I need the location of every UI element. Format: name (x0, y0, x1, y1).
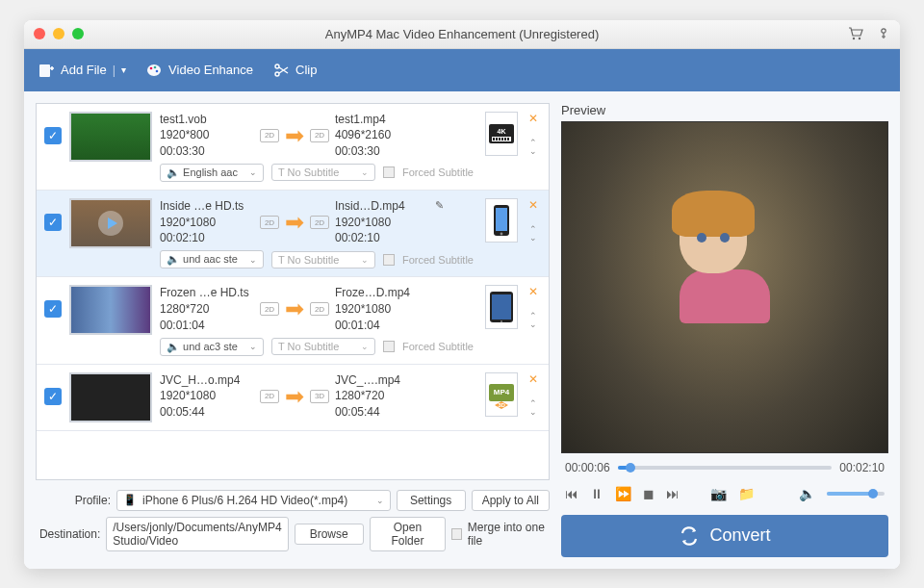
forced-subtitle-checkbox[interactable] (383, 341, 395, 352)
browse-button[interactable]: Browse (295, 524, 364, 545)
window-title: AnyMP4 Mac Video Enhancement (Unregister… (24, 27, 900, 41)
close-icon[interactable] (34, 28, 45, 39)
item-checkbox[interactable]: ✓ (44, 300, 62, 318)
toolbar: Add File | ▾ Video Enhance Clip (24, 49, 900, 91)
device-select[interactable]: 4K (485, 112, 518, 156)
svg-text:4K: 4K (498, 128, 506, 135)
pause-button[interactable]: ⏸ (590, 486, 603, 501)
subtitle-select[interactable]: T No Subtitle⌄ (271, 251, 375, 268)
settings-button[interactable]: Settings (397, 490, 466, 511)
source-info: JVC_H…o.mp41920*108000:05:44 (160, 372, 254, 421)
svg-rect-13 (493, 138, 495, 141)
stop-button[interactable]: ◼ (643, 486, 654, 501)
remove-button[interactable]: ✕ (528, 198, 538, 212)
volume-icon[interactable]: 🔈 (799, 486, 815, 501)
forced-subtitle-checkbox[interactable] (383, 254, 395, 266)
arrow-icon: ➡ (285, 385, 304, 408)
convert-button[interactable]: Convert (561, 515, 888, 557)
audio-select[interactable]: 🔈 und aac ste⌄ (160, 250, 264, 268)
arrow-icon: ➡ (285, 124, 304, 147)
forced-subtitle-label: Forced Subtitle (402, 166, 474, 178)
clip-button[interactable]: Clip (272, 62, 317, 79)
reorder-buttons[interactable]: ⌃⌄ (529, 312, 537, 329)
add-file-button[interactable]: Add File | ▾ (38, 62, 126, 79)
reorder-buttons[interactable]: ⌃⌄ (529, 399, 537, 417)
next-button[interactable]: ⏭ (666, 486, 680, 501)
cart-icon[interactable] (848, 27, 863, 40)
item-checkbox[interactable]: ✓ (44, 214, 62, 231)
device-select[interactable]: MP43D (485, 372, 518, 417)
key-icon[interactable] (877, 27, 890, 40)
output-badge: 3D (310, 390, 329, 403)
device-select[interactable] (485, 198, 518, 243)
device-icon: 📱 (123, 494, 137, 506)
svg-rect-17 (504, 138, 506, 141)
maximize-icon[interactable] (72, 28, 84, 39)
audio-select[interactable]: 🔈 und ac3 ste⌄ (160, 338, 264, 356)
file-list: ✓ test1.vob1920*80000:03:30 2D ➡ 2D test… (36, 103, 550, 480)
subtitle-select[interactable]: T No Subtitle⌄ (271, 338, 375, 355)
audio-select[interactable]: 🔈 English aac⌄ (160, 164, 264, 182)
apply-all-button[interactable]: Apply to All (472, 490, 550, 511)
bottom-bar: Profile: 📱 iPhone 6 Plus/6 H.264 HD Vide… (36, 490, 550, 557)
add-file-icon (38, 62, 55, 79)
edit-icon[interactable]: ✎ (435, 199, 444, 212)
item-checkbox[interactable]: ✓ (44, 127, 62, 144)
subtitle-select[interactable]: T No Subtitle⌄ (271, 164, 375, 181)
convert-icon (679, 525, 700, 547)
open-button[interactable]: 📁 (738, 486, 755, 501)
reorder-buttons[interactable]: ⌃⌄ (529, 225, 537, 243)
svg-point-9 (275, 72, 279, 76)
remove-button[interactable]: ✕ (528, 285, 538, 298)
window-controls (34, 28, 84, 39)
output-badge: 2D (310, 216, 329, 229)
fastfwd-button[interactable]: ⏩ (615, 486, 631, 501)
svg-rect-18 (507, 138, 509, 141)
svg-rect-23 (492, 294, 511, 320)
destination-input[interactable]: /Users/jonly/Documents/AnyMP4 Studio/Vid… (106, 517, 288, 551)
preview-frame (680, 198, 770, 323)
svg-text:MP4: MP4 (494, 388, 510, 396)
volume-slider[interactable] (827, 492, 885, 496)
remove-button[interactable]: ✕ (528, 112, 538, 125)
clip-label: Clip (295, 63, 317, 77)
list-item[interactable]: ✓ Inside …e HD.ts1920*108000:02:10 2D ➡ … (37, 191, 549, 277)
list-item[interactable]: ✓ test1.vob1920*80000:03:30 2D ➡ 2D test… (37, 104, 549, 191)
device-select[interactable] (485, 285, 518, 329)
content: ✓ test1.vob1920*80000:03:30 2D ➡ 2D test… (24, 91, 900, 569)
merge-checkbox[interactable] (451, 528, 462, 540)
thumbnail[interactable] (69, 285, 152, 335)
thumbnail[interactable] (69, 198, 152, 248)
right-panel: Preview 00:00:06 00:02:10 ⏮ ⏸ ⏩ ◼ ⏭ (561, 103, 888, 557)
reorder-buttons[interactable]: ⌃⌄ (529, 139, 537, 156)
dropdown-icon[interactable]: ▾ (121, 64, 126, 75)
video-enhance-label: Video Enhance (168, 63, 253, 77)
left-panel: ✓ test1.vob1920*80000:03:30 2D ➡ 2D test… (36, 103, 550, 557)
output-info: Insid…D.mp41920*108000:02:10 (335, 198, 429, 246)
svg-point-24 (500, 320, 502, 322)
svg-rect-16 (501, 138, 503, 141)
source-info: test1.vob1920*80000:03:30 (160, 112, 254, 160)
minimize-icon[interactable] (53, 28, 64, 39)
svg-point-7 (156, 69, 159, 72)
open-folder-button[interactable]: Open Folder (370, 517, 447, 551)
list-item[interactable]: ✓ JVC_H…o.mp41920*108000:05:44 2D ➡ 3D J… (37, 365, 549, 431)
svg-point-0 (853, 38, 855, 39)
output-info: JVC_….mp41280*72000:05:44 (335, 372, 429, 421)
forced-subtitle-checkbox[interactable] (383, 166, 395, 178)
profile-select[interactable]: 📱 iPhone 6 Plus/6 H.264 HD Video(*.mp4) … (116, 490, 391, 511)
source-badge: 2D (260, 216, 279, 229)
list-item[interactable]: ✓ Frozen …e HD.ts1280*72000:01:04 2D ➡ 2… (37, 277, 549, 364)
video-enhance-button[interactable]: Video Enhance (145, 62, 253, 79)
thumbnail[interactable] (69, 112, 152, 162)
thumbnail[interactable] (69, 372, 152, 422)
titlebar: AnyMP4 Mac Video Enhancement (Unregister… (24, 20, 900, 49)
preview-area[interactable] (561, 121, 888, 453)
prev-button[interactable]: ⏮ (565, 486, 578, 501)
forced-subtitle-label: Forced Subtitle (402, 341, 474, 352)
item-checkbox[interactable]: ✓ (44, 388, 62, 405)
forced-subtitle-label: Forced Subtitle (402, 254, 474, 266)
remove-button[interactable]: ✕ (528, 372, 538, 386)
snapshot-button[interactable]: 📷 (710, 486, 727, 501)
seek-slider[interactable] (618, 466, 833, 470)
